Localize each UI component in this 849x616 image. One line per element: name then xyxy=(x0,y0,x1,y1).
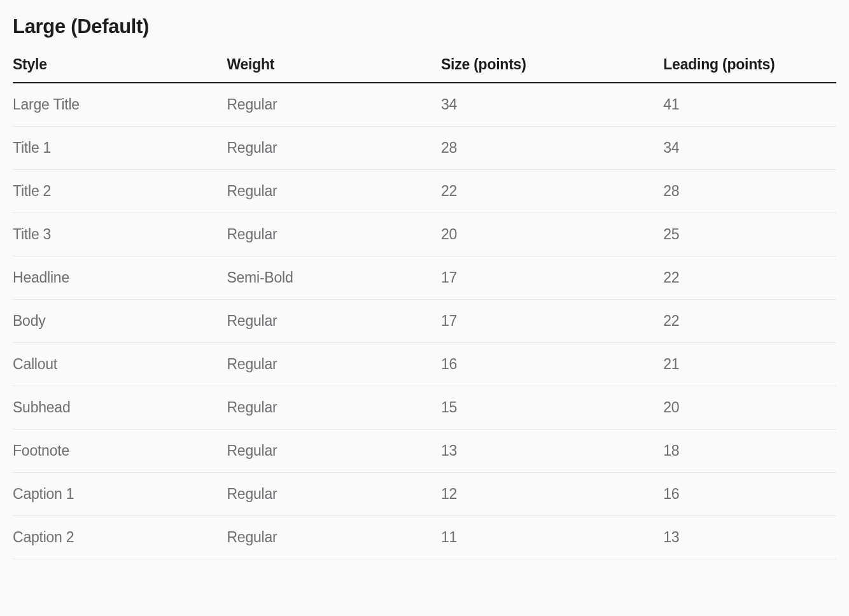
table-row: Headline Semi-Bold 17 22 xyxy=(13,256,836,300)
header-weight: Weight xyxy=(227,56,440,83)
cell-weight: Regular xyxy=(227,430,440,473)
cell-weight: Regular xyxy=(227,516,440,559)
cell-leading: 41 xyxy=(663,83,836,127)
cell-style: Large Title xyxy=(13,83,227,127)
page-title: Large (Default) xyxy=(13,15,836,38)
cell-leading: 16 xyxy=(663,473,836,516)
cell-style: Title 3 xyxy=(13,213,227,256)
cell-style: Title 2 xyxy=(13,170,227,213)
cell-leading: 20 xyxy=(663,386,836,430)
cell-leading: 21 xyxy=(663,343,836,386)
header-leading: Leading (points) xyxy=(663,56,836,83)
cell-size: 22 xyxy=(441,170,663,213)
table-header-row: Style Weight Size (points) Leading (poin… xyxy=(13,56,836,83)
cell-weight: Regular xyxy=(227,83,440,127)
cell-style: Callout xyxy=(13,343,227,386)
table-row: Caption 2 Regular 11 13 xyxy=(13,516,836,559)
table-row: Callout Regular 16 21 xyxy=(13,343,836,386)
table-row: Caption 1 Regular 12 16 xyxy=(13,473,836,516)
cell-leading: 22 xyxy=(663,256,836,300)
cell-weight: Regular xyxy=(227,213,440,256)
cell-size: 34 xyxy=(441,83,663,127)
cell-size: 28 xyxy=(441,127,663,170)
cell-leading: 25 xyxy=(663,213,836,256)
table-row: Footnote Regular 13 18 xyxy=(13,430,836,473)
cell-size: 16 xyxy=(441,343,663,386)
cell-weight: Regular xyxy=(227,300,440,343)
cell-weight: Regular xyxy=(227,343,440,386)
cell-style: Body xyxy=(13,300,227,343)
cell-size: 17 xyxy=(441,256,663,300)
cell-style: Caption 2 xyxy=(13,516,227,559)
cell-leading: 18 xyxy=(663,430,836,473)
cell-style: Subhead xyxy=(13,386,227,430)
table-row: Large Title Regular 34 41 xyxy=(13,83,836,127)
cell-style: Headline xyxy=(13,256,227,300)
table-row: Title 3 Regular 20 25 xyxy=(13,213,836,256)
header-size: Size (points) xyxy=(441,56,663,83)
cell-weight: Regular xyxy=(227,473,440,516)
cell-size: 15 xyxy=(441,386,663,430)
cell-style: Footnote xyxy=(13,430,227,473)
typography-table: Style Weight Size (points) Leading (poin… xyxy=(13,56,836,559)
cell-weight: Semi-Bold xyxy=(227,256,440,300)
cell-size: 17 xyxy=(441,300,663,343)
header-style: Style xyxy=(13,56,227,83)
cell-style: Title 1 xyxy=(13,127,227,170)
cell-leading: 34 xyxy=(663,127,836,170)
cell-style: Caption 1 xyxy=(13,473,227,516)
cell-size: 20 xyxy=(441,213,663,256)
cell-weight: Regular xyxy=(227,127,440,170)
cell-weight: Regular xyxy=(227,170,440,213)
table-row: Title 2 Regular 22 28 xyxy=(13,170,836,213)
cell-leading: 28 xyxy=(663,170,836,213)
cell-leading: 13 xyxy=(663,516,836,559)
table-row: Body Regular 17 22 xyxy=(13,300,836,343)
table-row: Subhead Regular 15 20 xyxy=(13,386,836,430)
cell-weight: Regular xyxy=(227,386,440,430)
cell-size: 11 xyxy=(441,516,663,559)
table-row: Title 1 Regular 28 34 xyxy=(13,127,836,170)
cell-leading: 22 xyxy=(663,300,836,343)
cell-size: 12 xyxy=(441,473,663,516)
cell-size: 13 xyxy=(441,430,663,473)
